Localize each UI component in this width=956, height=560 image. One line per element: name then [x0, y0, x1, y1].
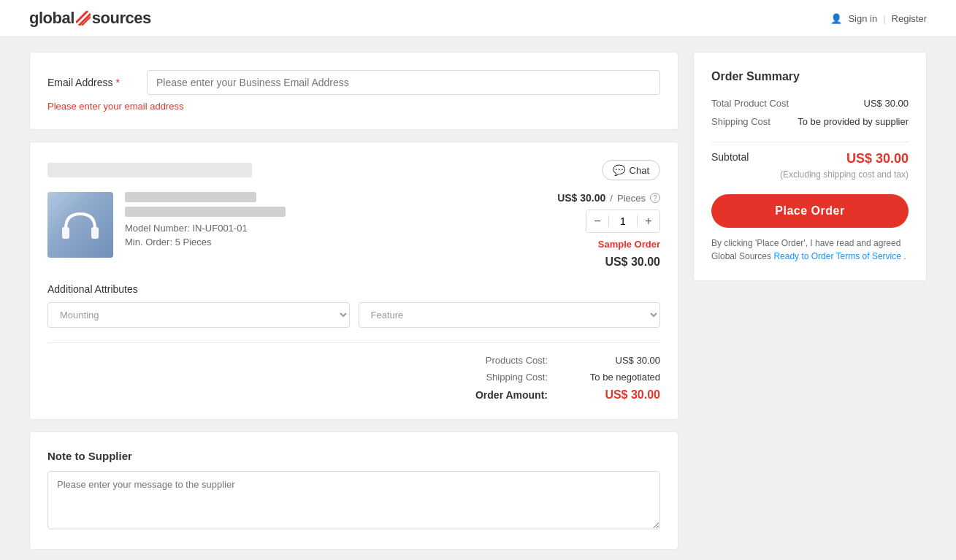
additional-attributes: Additional Attributes Mounting Feature: [47, 283, 660, 328]
subtotal-note: (Excluding shipping cost and tax): [711, 169, 909, 180]
auth-divider: |: [883, 13, 885, 24]
price-per-unit: US$ 30.00 / Pieces ?: [557, 192, 660, 204]
summary-shipping-row: Shipping Cost To be provided by supplier: [711, 116, 909, 127]
main-container: Email Address * Please enter your email …: [0, 37, 956, 560]
product-row: Model Number: IN-UF001-01 Min. Order: 5 …: [47, 192, 660, 269]
summary-total-product-cost-row: Total Product Cost US$ 30.00: [711, 98, 909, 109]
email-label: Email Address *: [47, 77, 135, 88]
shipping-cost-row: Shipping Cost: To be negotiated: [47, 372, 660, 383]
products-cost-row: Products Cost: US$ 30.00: [47, 355, 660, 366]
product-name-blur-line1: [125, 192, 256, 202]
seller-bar: 💬 Chat: [47, 160, 660, 180]
note-title: Note to Supplier: [47, 450, 660, 462]
right-panel: Order Summary Total Product Cost US$ 30.…: [693, 52, 927, 550]
signin-link[interactable]: Sign in: [848, 13, 877, 24]
summary-total-product-label: Total Product Cost: [711, 98, 789, 109]
required-star: *: [115, 77, 119, 88]
email-input[interactable]: [147, 70, 660, 95]
product-image-inner: [47, 192, 113, 258]
order-summary-card: Order Summary Total Product Cost US$ 30.…: [693, 52, 927, 281]
email-field-row: Email Address *: [47, 70, 660, 95]
terms-after: .: [903, 251, 906, 261]
chat-icon: 💬: [613, 164, 625, 176]
mounting-select[interactable]: Mounting: [47, 302, 350, 328]
seller-name-placeholder: [47, 163, 252, 177]
chat-button[interactable]: 💬 Chat: [602, 160, 660, 180]
note-textarea[interactable]: [47, 471, 660, 529]
place-order-button[interactable]: Place Order: [711, 194, 909, 228]
product-name-blur-line2: [125, 207, 286, 217]
product-price-col: US$ 30.00 / Pieces ? − + S: [514, 192, 660, 269]
summary-shipping-value: To be provided by supplier: [798, 116, 909, 127]
additional-attrs-title: Additional Attributes: [47, 283, 660, 295]
summary-total-product-value: US$ 30.00: [864, 98, 909, 109]
logo: global sources: [29, 9, 151, 28]
products-cost-label: Products Cost:: [486, 355, 548, 366]
svg-rect-5: [91, 227, 99, 239]
qty-stepper: − +: [586, 210, 660, 233]
order-amount-row: Order Amount: US$ 30.00: [47, 388, 660, 402]
subtotal-row: Subtotal US$ 30.00: [711, 151, 909, 166]
subtotal-label: Subtotal: [711, 151, 749, 163]
order-amount-label: Order Amount:: [475, 389, 548, 401]
price-value: US$ 30.00: [557, 192, 605, 204]
feature-select[interactable]: Feature: [359, 302, 661, 328]
price-separator: /: [610, 193, 613, 204]
svg-rect-4: [62, 227, 69, 239]
qty-input[interactable]: [608, 215, 638, 227]
order-amount-value: US$ 30.00: [565, 388, 660, 402]
svg-line-2: [79, 14, 91, 26]
terms-text: By clicking 'Place Order', I have read a…: [711, 237, 909, 263]
auth-links: 👤 Sign in | Register: [830, 13, 927, 24]
product-card: 💬 Chat: [29, 142, 678, 420]
subtotal-value: US$ 30.00: [846, 151, 909, 166]
attrs-row: Mounting Feature: [47, 302, 660, 328]
qty-minus-button[interactable]: −: [586, 210, 608, 232]
sample-order-price: US$ 30.00: [605, 256, 660, 269]
shipping-cost-label: Shipping Cost:: [486, 372, 548, 383]
terms-link[interactable]: Ready to Order Terms of Service: [773, 251, 901, 261]
summary-divider: [711, 142, 909, 142]
note-card: Note to Supplier: [29, 431, 678, 550]
email-error: Please enter your email address: [47, 101, 660, 112]
cost-summary: Products Cost: US$ 30.00 Shipping Cost: …: [47, 342, 660, 402]
product-image: [47, 192, 113, 258]
register-link[interactable]: Register: [892, 13, 927, 24]
header: global sources 👤 Sign in | Register: [0, 0, 956, 37]
person-icon: 👤: [830, 13, 842, 24]
summary-shipping-label: Shipping Cost: [711, 116, 770, 127]
qty-plus-button[interactable]: +: [638, 210, 659, 232]
summary-title: Order Summary: [711, 70, 909, 83]
logo-text-before: global: [29, 9, 74, 28]
price-unit: Pieces: [617, 193, 646, 204]
chat-label: Chat: [630, 165, 649, 176]
sample-order-label: Sample Order: [598, 239, 660, 250]
product-model: Model Number: IN-UF001-01: [125, 223, 502, 234]
email-card: Email Address * Please enter your email …: [29, 52, 678, 130]
shipping-cost-value: To be negotiated: [565, 372, 660, 383]
left-panel: Email Address * Please enter your email …: [29, 52, 678, 550]
product-minorder: Min. Order: 5 Pieces: [125, 237, 502, 248]
headphone-svg: [58, 207, 102, 243]
help-icon[interactable]: ?: [650, 193, 660, 203]
logo-text-after: sources: [92, 9, 151, 28]
product-info: Model Number: IN-UF001-01 Min. Order: 5 …: [125, 192, 502, 248]
summary-rows: Total Product Cost US$ 30.00 Shipping Co…: [711, 98, 909, 127]
logo-stripes-icon: [76, 11, 91, 26]
products-cost-value: US$ 30.00: [565, 355, 660, 366]
